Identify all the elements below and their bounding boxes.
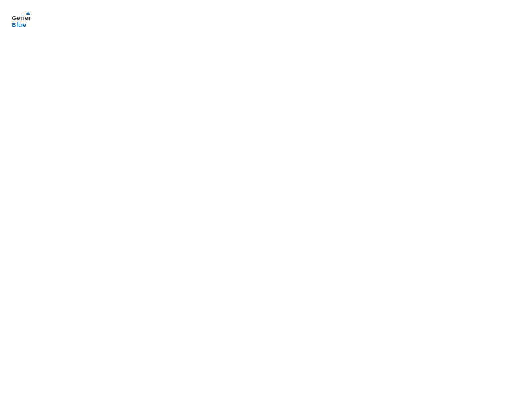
svg-marker-2 [26, 12, 30, 15]
logo: General Blue [11, 11, 31, 31]
svg-text:General: General [12, 14, 32, 21]
page: General Blue [0, 0, 532, 411]
svg-text:Blue: Blue [12, 21, 27, 28]
logo-icon: General Blue [11, 11, 31, 31]
calendar [11, 38, 521, 400]
header: General Blue [11, 11, 521, 31]
